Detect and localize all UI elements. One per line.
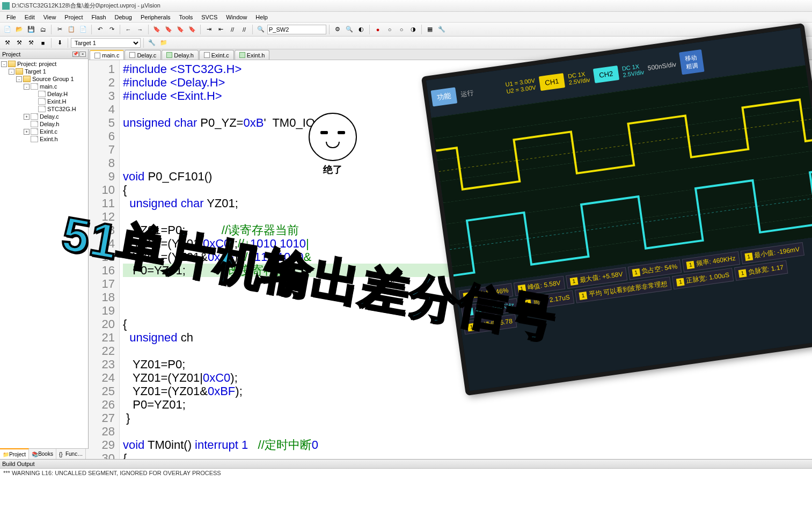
tree-item[interactable]: Delay.h (0, 120, 88, 128)
menu-peripherals[interactable]: Peripherals (136, 13, 175, 21)
titlebar: D:\C\STC32G12K128\合集\差分0\project.uvproj … (0, 0, 812, 12)
scope-timebase: 500nS/div (647, 61, 677, 72)
file-c-icon (94, 53, 100, 59)
bp4-icon[interactable]: ◑ (408, 24, 419, 35)
undo-icon[interactable]: ↶ (94, 24, 105, 35)
config-icon[interactable]: ⚙ (332, 24, 343, 35)
download-icon[interactable]: ⬇ (54, 38, 65, 48)
project-panel-header: Project 📌 × (0, 49, 88, 59)
bookmark3-icon[interactable]: 🔖 (175, 24, 186, 35)
options-icon[interactable]: 🔧 (147, 38, 157, 48)
redo-icon[interactable]: ↷ (106, 24, 117, 35)
tree-expander-icon[interactable]: + (24, 129, 30, 135)
panel-tab-func…[interactable]: {}Func… (56, 449, 86, 459)
copy-icon[interactable]: 📋 (66, 24, 77, 35)
scope-ch1-badge: CH1 (539, 73, 565, 91)
tree-item[interactable]: -main.c (0, 83, 88, 90)
manage-icon[interactable]: 📁 (158, 38, 169, 48)
menu-window[interactable]: Window (222, 13, 251, 21)
tree-item[interactable]: STC32G.H (0, 105, 88, 113)
menu-svcs[interactable]: SVCS (197, 13, 222, 21)
indent-icon[interactable]: ⇥ (203, 24, 214, 35)
code-line[interactable]: P0=YZ01; (123, 398, 809, 411)
file-icon (38, 106, 46, 112)
nav-fwd-icon[interactable]: → (135, 24, 145, 35)
meme-text: 绝了 (301, 163, 365, 176)
tree-item-label: main.c (40, 83, 57, 90)
tree-expander-icon[interactable]: - (16, 76, 22, 82)
menu-debug[interactable]: Debug (111, 13, 136, 21)
panel-close-icon[interactable]: × (79, 52, 86, 57)
tool1-icon[interactable]: ◐ (356, 24, 367, 35)
bookmark4-icon[interactable]: 🔖 (187, 24, 197, 35)
rebuild-icon[interactable]: ⚒ (14, 38, 25, 48)
code-line[interactable] (123, 425, 809, 438)
cut-icon[interactable]: ✂ (54, 24, 65, 35)
find-combo[interactable] (267, 25, 326, 34)
panel-tab-books[interactable]: 📚Books (29, 449, 56, 459)
bookmark2-icon[interactable]: 🔖 (163, 24, 174, 35)
menu-project[interactable]: Project (60, 13, 87, 21)
debug-icon[interactable]: 🔍 (344, 24, 355, 35)
menu-tools[interactable]: Tools (175, 13, 197, 21)
uncomment-icon[interactable]: // (239, 24, 250, 35)
code-line[interactable]: { (123, 452, 809, 459)
folder-icon (23, 76, 31, 82)
target-combo[interactable]: Target 1 (71, 38, 141, 48)
tree-item[interactable]: Delay.H (0, 90, 88, 98)
stop-icon[interactable]: ■ (38, 38, 48, 48)
tree-expander-icon[interactable]: - (1, 61, 7, 67)
paste-icon[interactable]: 📄 (78, 24, 89, 35)
editor-tab[interactable]: Exint.c (199, 50, 234, 60)
build-icon[interactable]: ⚒ (2, 38, 13, 48)
find-icon[interactable]: 🔍 (255, 24, 266, 35)
editor-tab[interactable]: Exint.h (235, 50, 270, 60)
tree-item[interactable]: +Delay.c (0, 113, 88, 120)
tree-expander-icon[interactable]: - (24, 84, 30, 90)
win-icon[interactable]: ▦ (425, 24, 435, 35)
tree-item-label: Target 1 (25, 68, 46, 75)
menu-help[interactable]: Help (251, 13, 272, 21)
tree-item-label: Exint.c (40, 128, 57, 135)
menu-file[interactable]: File (2, 13, 20, 21)
build-output-title: Build Output (2, 461, 35, 467)
open-icon[interactable]: 📂 (14, 24, 25, 35)
tree-item[interactable]: -Source Group 1 (0, 75, 88, 83)
editor-tab[interactable]: Delay.h (162, 50, 198, 60)
bp3-icon[interactable]: ○ (396, 24, 407, 35)
tree-expander-icon[interactable]: + (24, 114, 30, 120)
editor-tab[interactable]: main.c (90, 50, 124, 60)
tree-item[interactable]: -Target 1 (0, 68, 88, 75)
comment-icon[interactable]: // (227, 24, 238, 35)
wrench-icon[interactable]: 🔧 (436, 24, 447, 35)
panel-tab-icon: {} (59, 452, 64, 457)
menu-view[interactable]: View (39, 13, 61, 21)
buildall-icon[interactable]: ⚒ (26, 38, 36, 48)
tree-item-label: Exint.H (47, 98, 66, 105)
panel-tab-project[interactable]: 📁Project (0, 448, 29, 459)
tree-item[interactable]: -Project: project (0, 60, 88, 68)
bookmark-icon[interactable]: 🔖 (151, 24, 162, 35)
scope-ch2-badge: CH2 (592, 65, 619, 83)
saveall-icon[interactable]: 🗂 (38, 24, 48, 35)
meme-sticker: 绝了 (301, 113, 365, 176)
tree-expander-icon[interactable]: - (9, 69, 14, 75)
tree-item[interactable]: +Exint.c (0, 128, 88, 135)
code-line[interactable]: } (123, 411, 809, 425)
save-icon[interactable]: 💾 (26, 24, 36, 35)
tree-item[interactable]: Exint.H (0, 98, 88, 105)
bp2-icon[interactable]: ○ (384, 24, 395, 35)
tree-item-label: Delay.c (40, 113, 59, 120)
outdent-icon[interactable]: ⇤ (215, 24, 226, 35)
menu-edit[interactable]: Edit (20, 13, 39, 21)
menu-flash[interactable]: Flash (87, 13, 111, 21)
bp-icon[interactable]: ● (372, 24, 383, 35)
tree-item[interactable]: Exint.h (0, 135, 88, 143)
new-icon[interactable]: 📄 (2, 24, 13, 35)
code-line[interactable]: void TM0int() interrupt 1 //定时中断0 (123, 438, 809, 452)
build-output-body[interactable]: *** WARNING L16: UNCALLED SEGMENT, IGNOR… (0, 469, 812, 506)
panel-pin-icon[interactable]: 📌 (72, 52, 79, 57)
nav-back-icon[interactable]: ← (123, 24, 134, 35)
editor-tab-label: Delay.h (174, 52, 193, 59)
editor-tab[interactable]: Delay.c (125, 50, 161, 60)
